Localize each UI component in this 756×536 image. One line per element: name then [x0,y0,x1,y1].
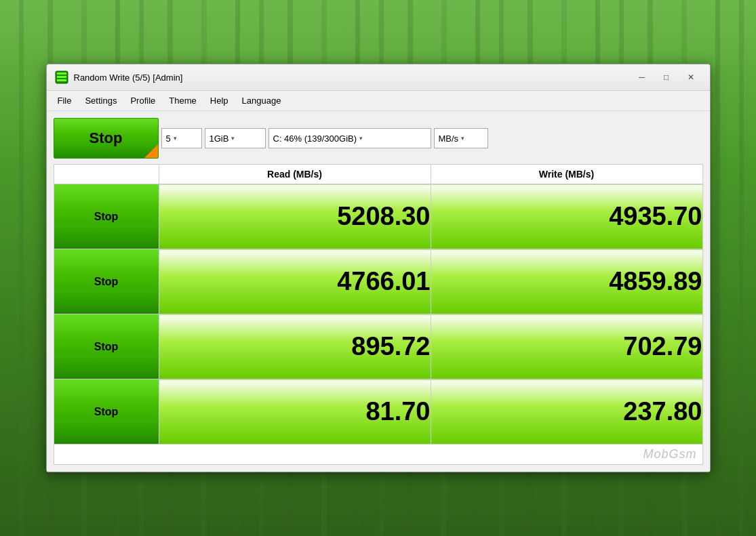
minimize-button[interactable]: ─ [631,70,653,85]
main-window: Random Write (5/5) [Admin] ─ □ ✕ File Se… [46,64,711,472]
col-read-header: Read (MB/s) [159,165,431,184]
write-value-row-0: 4935.70 [431,184,702,249]
stop-button-row-3[interactable]: Stop [54,379,159,444]
table-row: Stop895.72702.79 [54,314,702,379]
titlebar: Random Write (5/5) [Admin] ─ □ ✕ [47,64,710,91]
stop-button-row-0[interactable]: Stop [54,184,159,249]
window-title: Random Write (5/5) [Admin] [74,73,631,83]
write-value-row-1: 4859.89 [431,249,702,314]
svg-rect-2 [57,79,66,81]
menu-theme[interactable]: Theme [163,94,201,108]
results-table: Read (MB/s) Write (MB/s) Stop5208.304935… [54,164,703,445]
menu-language[interactable]: Language [237,94,287,108]
table-row: Stop5208.304935.70 [54,184,702,249]
table-row: Stop4766.014859.89 [54,249,702,314]
watermark: MobGsm [643,447,696,461]
svg-rect-1 [57,76,66,78]
menu-help[interactable]: Help [205,94,234,108]
stop-btn-cell: Stop [54,379,159,445]
controls-row: Stop 5 ▾ 1GiB ▾ C: 46% (139/300GiB) ▾ MB… [54,118,703,159]
read-value-row-3: 81.70 [159,379,431,445]
maximize-button[interactable]: □ [656,70,677,85]
read-value-row-0: 5208.30 [159,184,431,249]
stop-button-row-2[interactable]: Stop [54,314,159,379]
window-controls: ─ □ ✕ [631,70,702,85]
col-write-header: Write (MB/s) [431,165,702,184]
main-content: Stop 5 ▾ 1GiB ▾ C: 46% (139/300GiB) ▾ MB… [47,111,710,472]
stop-btn-cell: Stop [54,314,159,379]
stop-btn-cell: Stop [54,184,159,249]
menubar: File Settings Profile Theme Help Languag… [47,91,710,111]
stop-btn-cell: Stop [54,249,159,314]
close-button[interactable]: ✕ [680,70,702,85]
num-select[interactable]: 5 ▾ [161,128,202,148]
drive-select[interactable]: C: 46% (139/300GiB) ▾ [268,128,431,148]
read-value-row-2: 895.72 [159,314,431,379]
status-bar: MobGsm [54,445,703,465]
main-stop-button[interactable]: Stop [54,118,159,159]
table-row: Stop81.70237.80 [54,379,702,445]
menu-settings[interactable]: Settings [79,94,122,108]
app-icon [55,70,68,84]
read-value-row-1: 4766.01 [159,249,431,314]
size-arrow: ▾ [231,135,235,142]
write-value-row-2: 702.79 [431,314,702,379]
num-arrow: ▾ [174,135,177,142]
size-select[interactable]: 1GiB ▾ [205,128,266,148]
write-value-row-3: 237.80 [431,379,702,445]
svg-rect-3 [57,73,66,75]
drive-arrow: ▾ [359,135,363,142]
stop-button-row-1[interactable]: Stop [54,249,159,314]
menu-file[interactable]: File [52,94,77,108]
menu-profile[interactable]: Profile [125,94,161,108]
unit-arrow: ▾ [461,135,464,142]
unit-select[interactable]: MB/s ▾ [434,128,488,148]
